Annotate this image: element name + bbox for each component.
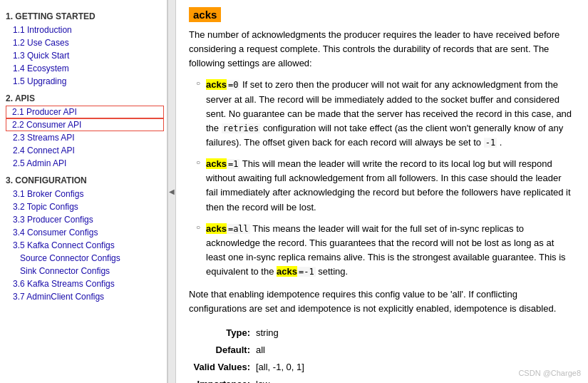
acks-highlight-3b: acks xyxy=(277,266,297,277)
nav-item-3-7[interactable]: 3.7 AdminClient Configs xyxy=(6,290,164,303)
main-content: acks The number of acknowledgments the p… xyxy=(176,0,588,383)
acks-op-2: =1 xyxy=(227,159,239,169)
nav-item-3-5a[interactable]: Source Connector Configs xyxy=(6,252,164,265)
bullet-list: acks=0 If set to zero then the producer … xyxy=(197,78,575,279)
watermark: CSDN @Charge8 xyxy=(518,369,581,377)
bullet-item-3: acks=all This means the leader will wait… xyxy=(197,222,575,280)
type-table: Type: string Default: all Valid Values: … xyxy=(189,324,306,383)
valid-values-value: [all, -1, 0, 1] xyxy=(256,359,304,375)
nav-item-3-5[interactable]: 3.5 Kafka Connect Configs xyxy=(6,239,164,252)
intro-paragraph: The number of acknowledgments the produc… xyxy=(189,28,575,71)
bullet-3-text: This means the leader will wait for the … xyxy=(206,223,566,277)
default-label: Default: xyxy=(190,342,254,358)
nav-item-2-1[interactable]: 2.1 Producer API xyxy=(6,106,164,118)
valid-values-label: Valid Values: xyxy=(190,359,254,375)
nav-item-2-2[interactable]: 2.2 Consumer API xyxy=(6,118,164,131)
sidebar: 1. GETTING STARTED 1.1 Introduction 1.2 … xyxy=(0,0,167,383)
nav-item-3-6[interactable]: 3.6 Kafka Streams Configs xyxy=(6,277,164,290)
type-label: Type: xyxy=(190,325,254,341)
default-value: all xyxy=(256,342,304,358)
valid-values-row: Valid Values: [all, -1, 0, 1] xyxy=(190,359,304,375)
acks-highlight-2: acks xyxy=(206,158,227,169)
nav-item-3-1[interactable]: 3.1 Broker Configs xyxy=(6,188,164,200)
type-row: Type: string xyxy=(190,325,304,341)
bullet-1-text2: configuration will not take effect (as t… xyxy=(206,123,563,148)
nav-section-1: 1. GETTING STARTED xyxy=(6,11,164,21)
bullet-item-2: acks=1 This will mean the leader will wr… xyxy=(197,157,575,215)
bullet-3-text2: setting. xyxy=(318,266,348,277)
nav-item-3-5b[interactable]: Sink Connector Configs xyxy=(6,265,164,277)
default-row: Default: all xyxy=(190,342,304,358)
acks-highlight-3: acks xyxy=(206,223,227,234)
bullet-1-text3: . xyxy=(500,137,502,148)
bullet-2-text: This will mean the leader will write the… xyxy=(206,158,571,212)
acks-op-3: =all xyxy=(227,224,250,234)
nav-item-2-5[interactable]: 2.5 Admin API xyxy=(6,157,164,170)
nav-item-1-5[interactable]: 1.5 Upgrading xyxy=(6,75,164,88)
nav-item-3-4[interactable]: 3.4 Consumer Configs xyxy=(6,226,164,239)
nav-item-1-4[interactable]: 1.4 Ecosystem xyxy=(6,62,164,75)
importance-row: Importance: low xyxy=(190,377,304,383)
retries-code: retries xyxy=(222,123,261,133)
acks-op-1: =0 xyxy=(227,80,239,90)
nav-item-1-1[interactable]: 1.1 Introduction xyxy=(6,24,164,36)
type-value: string xyxy=(256,325,304,341)
bullet-item-1: acks=0 If set to zero then the producer … xyxy=(197,78,575,150)
neg1-code: -1 xyxy=(484,138,497,148)
nav-item-3-3[interactable]: 3.3 Producer Configs xyxy=(6,213,164,226)
splitter-arrow-icon: ◀ xyxy=(169,188,175,195)
acks-highlight-1: acks xyxy=(206,79,227,90)
page-title: acks xyxy=(189,7,221,22)
nav-item-2-3[interactable]: 2.3 Streams API xyxy=(6,131,164,144)
nav-item-2-4[interactable]: 2.4 Connect API xyxy=(6,144,164,157)
importance-label: Importance: xyxy=(190,377,254,383)
importance-value: low xyxy=(256,377,304,383)
nav-item-3-2[interactable]: 3.2 Topic Configs xyxy=(6,200,164,213)
nav-item-1-2[interactable]: 1.2 Use Cases xyxy=(6,36,164,49)
nav-section-2: 2. APIS xyxy=(6,93,164,103)
note-paragraph: Note that enabling idempotence requires … xyxy=(189,287,575,316)
acks-op-3b: =-1 xyxy=(297,267,316,277)
splitter[interactable]: ◀ xyxy=(167,0,176,383)
nav-item-1-3[interactable]: 1.3 Quick Start xyxy=(6,49,164,62)
nav-section-3: 3. CONFIGURATION xyxy=(6,175,164,185)
